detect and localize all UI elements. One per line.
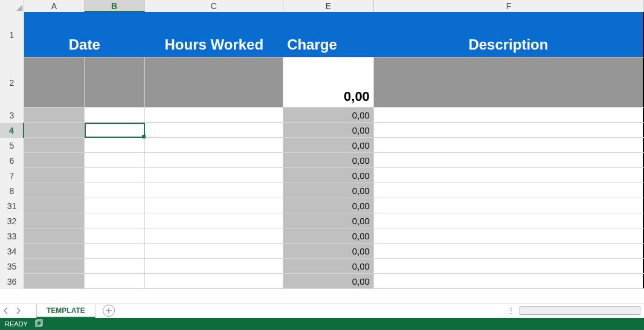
tab-prev-icon[interactable] — [2, 305, 10, 317]
cell-F36[interactable] — [374, 274, 644, 288]
cell-F6[interactable] — [374, 153, 644, 167]
cell-A5[interactable] — [24, 138, 85, 152]
tab-split-handle[interactable]: ⋮ — [507, 306, 516, 315]
cell-C3[interactable] — [145, 108, 284, 122]
cell-A34[interactable] — [24, 244, 85, 258]
col-header-E[interactable]: E — [283, 0, 374, 12]
table-row: 320,00 — [0, 213, 644, 228]
cell-F3[interactable] — [374, 108, 644, 122]
cell-E31[interactable]: 0,00 — [283, 198, 374, 213]
header-charge[interactable]: Charge — [283, 12, 374, 57]
cell-B3[interactable] — [85, 108, 145, 122]
row-header-6[interactable]: 6 — [0, 153, 24, 168]
sheet-tab-template[interactable]: TEMPLATE — [36, 304, 95, 318]
cell-A36[interactable] — [24, 274, 85, 288]
row-header-7[interactable]: 7 — [0, 168, 24, 183]
status-bar: READY — [0, 318, 644, 330]
cell-C4[interactable] — [145, 123, 284, 137]
cell-B32[interactable] — [85, 213, 145, 228]
cell-F4[interactable] — [374, 123, 644, 137]
cell-C2[interactable] — [145, 57, 284, 107]
cell-F33[interactable] — [374, 228, 644, 243]
cell-B4[interactable] — [85, 123, 145, 137]
row-header-4[interactable]: 4 — [0, 123, 24, 138]
cell-A6[interactable] — [24, 153, 85, 167]
row-header-8[interactable]: 8 — [0, 183, 24, 198]
cell-E32[interactable]: 0,00 — [283, 213, 374, 228]
cell-F32[interactable] — [374, 213, 644, 228]
row-header-2[interactable]: 2 — [0, 57, 24, 108]
cell-E34[interactable]: 0,00 — [283, 244, 374, 258]
cell-C33[interactable] — [145, 228, 284, 243]
add-sheet-button[interactable] — [103, 305, 115, 317]
cell-E6[interactable]: 0,00 — [283, 153, 374, 167]
cell-E3[interactable]: 0,00 — [283, 108, 374, 122]
cell-B8[interactable] — [85, 183, 145, 198]
column-headers: A B C E F — [0, 0, 644, 12]
cell-B33[interactable] — [85, 228, 145, 243]
cell-C8[interactable] — [145, 183, 284, 198]
row-header-34[interactable]: 34 — [0, 244, 24, 259]
cell-C7[interactable] — [145, 168, 284, 183]
row-header-31[interactable]: 31 — [0, 198, 24, 213]
cell-B31[interactable] — [85, 198, 145, 213]
cell-A2[interactable] — [24, 57, 85, 107]
cell-A3[interactable] — [24, 108, 85, 122]
row-header-35[interactable]: 35 — [0, 259, 24, 274]
cell-B6[interactable] — [85, 153, 145, 167]
cell-C31[interactable] — [145, 198, 284, 213]
header-date[interactable]: Date — [24, 12, 145, 57]
row-header-1[interactable]: 1 — [0, 12, 24, 57]
cell-A31[interactable] — [24, 198, 85, 213]
cell-F8[interactable] — [374, 183, 644, 198]
row-header-32[interactable]: 32 — [0, 213, 24, 228]
row-header-5[interactable]: 5 — [0, 138, 24, 153]
cell-E5[interactable]: 0,00 — [283, 138, 374, 152]
cell-A7[interactable] — [24, 168, 85, 183]
header-hours[interactable]: Hours Worked — [145, 12, 284, 57]
col-header-F[interactable]: F — [374, 0, 644, 12]
cell-B2[interactable] — [85, 57, 145, 107]
cell-B35[interactable] — [85, 259, 145, 273]
cell-E8[interactable]: 0,00 — [283, 183, 374, 198]
row-header-33[interactable]: 33 — [0, 228, 24, 244]
cell-C35[interactable] — [145, 259, 284, 273]
cell-E36[interactable]: 0,00 — [283, 274, 374, 288]
horizontal-scrollbar[interactable] — [520, 306, 640, 315]
cell-C34[interactable] — [145, 244, 284, 258]
cell-F2[interactable] — [374, 57, 644, 107]
cell-F31[interactable] — [374, 198, 644, 213]
cell-A35[interactable] — [24, 259, 85, 273]
cell-B5[interactable] — [85, 138, 145, 152]
col-header-A[interactable]: A — [24, 0, 85, 12]
cell-B34[interactable] — [85, 244, 145, 258]
cell-C5[interactable] — [145, 138, 284, 152]
row-header-36[interactable]: 36 — [0, 274, 24, 289]
cell-C6[interactable] — [145, 153, 284, 167]
macro-record-icon[interactable] — [35, 319, 43, 329]
tab-next-icon[interactable] — [14, 305, 22, 317]
select-all-corner[interactable] — [0, 0, 24, 12]
header-description[interactable]: Description — [374, 12, 644, 57]
col-header-B[interactable]: B — [85, 0, 145, 12]
cell-A4[interactable] — [24, 123, 85, 137]
cell-F34[interactable] — [374, 244, 644, 258]
cell-E2[interactable]: 0,00 — [283, 57, 374, 107]
cell-A8[interactable] — [24, 183, 85, 198]
cell-A32[interactable] — [24, 213, 85, 228]
cell-C32[interactable] — [145, 213, 284, 228]
cell-F7[interactable] — [374, 168, 644, 183]
cell-B7[interactable] — [85, 168, 145, 183]
cell-A33[interactable] — [24, 228, 85, 243]
table-row: 340,00 — [0, 244, 644, 259]
cell-F35[interactable] — [374, 259, 644, 273]
cell-B36[interactable] — [85, 274, 145, 288]
cell-E4[interactable]: 0,00 — [283, 123, 374, 137]
cell-F5[interactable] — [374, 138, 644, 152]
row-header-3[interactable]: 3 — [0, 108, 24, 123]
cell-E7[interactable]: 0,00 — [283, 168, 374, 183]
col-header-C[interactable]: C — [145, 0, 284, 12]
cell-E35[interactable]: 0,00 — [283, 259, 374, 273]
cell-E33[interactable]: 0,00 — [283, 228, 374, 243]
cell-C36[interactable] — [145, 274, 284, 288]
